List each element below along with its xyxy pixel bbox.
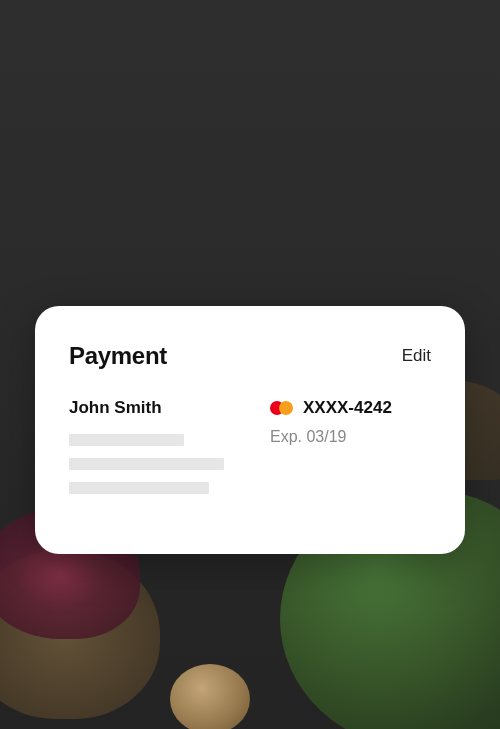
skeleton-line: [69, 482, 209, 494]
card-number-row: XXXX-4242: [270, 398, 431, 418]
edit-button[interactable]: Edit: [402, 346, 431, 366]
card-header: Payment Edit: [69, 342, 431, 370]
cardholder-name: John Smith: [69, 398, 230, 418]
card-title: Payment: [69, 342, 167, 370]
mastercard-icon: [270, 401, 293, 415]
card-body: John Smith XXXX-4242 Exp. 03/19: [69, 398, 431, 506]
potato-decor: [170, 664, 250, 729]
skeleton-line: [69, 434, 184, 446]
billing-column: John Smith: [69, 398, 230, 506]
payment-card: Payment Edit John Smith XXXX-4242 Exp. 0…: [35, 306, 465, 554]
card-details-column: XXXX-4242 Exp. 03/19: [270, 398, 431, 506]
expiry-label: Exp. 03/19: [270, 428, 431, 446]
skeleton-line: [69, 458, 224, 470]
masked-card-number: XXXX-4242: [303, 398, 392, 418]
